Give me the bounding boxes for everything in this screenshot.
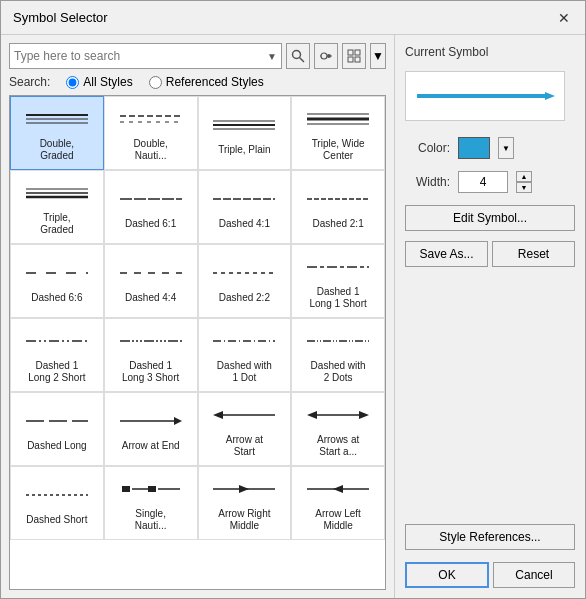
symbol-preview-dashed-6-1 <box>116 184 186 214</box>
svg-rect-47 <box>148 486 156 492</box>
symbol-preview-dashed-short <box>22 480 92 510</box>
grid-item-triple-wide-center[interactable]: Triple, WideCenter <box>291 96 385 170</box>
grid-item-dashed-6-6[interactable]: Dashed 6:6 <box>10 244 104 318</box>
symbol-preview-dashed-1-long-1-short <box>303 252 373 282</box>
grid-item-dashed-4-1[interactable]: Dashed 4:1 <box>198 170 292 244</box>
edit-symbol-button[interactable]: Edit Symbol... <box>405 205 575 231</box>
symbol-label-arrow-at-start: Arrow atStart <box>226 434 263 458</box>
symbol-label-dashed-2-1: Dashed 2:1 <box>313 218 364 230</box>
reset-button[interactable]: Reset <box>492 241 575 267</box>
grid-item-dashed-1-long-1-short[interactable]: Dashed 1Long 1 Short <box>291 244 385 318</box>
symbol-preview-dashed-4-1 <box>209 184 279 214</box>
svg-marker-54 <box>545 92 555 100</box>
grid-item-arrows-at-start-a[interactable]: Arrows atStart a... <box>291 392 385 466</box>
grid-item-arrow-at-start[interactable]: Arrow atStart <box>198 392 292 466</box>
symbol-label-arrow-left-middle: Arrow LeftMiddle <box>315 508 361 532</box>
filter-icon-button[interactable] <box>314 43 338 69</box>
all-styles-input[interactable] <box>66 76 79 89</box>
svg-marker-38 <box>174 417 182 425</box>
search-input[interactable] <box>14 49 267 63</box>
dropdown-arrow-button[interactable]: ▼ <box>370 43 386 69</box>
symbol-preview-arrow-at-start <box>209 400 279 430</box>
search-input-wrapper[interactable]: ▼ <box>9 43 282 69</box>
symbol-label-triple-plain: Triple, Plain <box>218 144 270 156</box>
grid-view-button[interactable] <box>342 43 366 69</box>
symbol-preview-dashed-4-4 <box>116 258 186 288</box>
symbol-label-dashed-4-1: Dashed 4:1 <box>219 218 270 230</box>
symbol-grid: Double,Graded Double,Nauti... Triple, Pl… <box>10 96 385 540</box>
symbol-label-dashed-6-6: Dashed 6:6 <box>31 292 82 304</box>
svg-point-2 <box>321 53 327 59</box>
grid-item-single-nauti[interactable]: Single,Nauti... <box>104 466 198 540</box>
svg-rect-9 <box>348 57 353 62</box>
svg-marker-42 <box>307 411 317 419</box>
search-dropdown-button[interactable]: ▼ <box>267 51 277 62</box>
symbol-preview-dashed-with-1-dot <box>209 326 279 356</box>
grid-item-dashed-6-1[interactable]: Dashed 6:1 <box>104 170 198 244</box>
grid-item-dashed-1-long-2-short[interactable]: Dashed 1Long 2 Short <box>10 318 104 392</box>
width-increase-button[interactable]: ▲ <box>516 171 532 182</box>
current-symbol-label: Current Symbol <box>405 45 575 59</box>
save-reset-row: Save As... Reset <box>405 241 575 269</box>
symbol-preview-double-nauti <box>116 104 186 134</box>
close-button[interactable]: ✕ <box>555 9 573 27</box>
grid-item-arrow-right-middle[interactable]: Arrow RightMiddle <box>198 466 292 540</box>
symbol-preview-triple-graded <box>22 178 92 208</box>
all-styles-radio[interactable]: All Styles <box>66 75 132 89</box>
symbol-preview-dashed-6-6 <box>22 258 92 288</box>
symbol-preview-arrow-at-end <box>116 406 186 436</box>
grid-item-dashed-with-1-dot[interactable]: Dashed with1 Dot <box>198 318 292 392</box>
symbol-label-dashed-1-long-3-short: Dashed 1Long 3 Short <box>122 360 179 384</box>
grid-item-double-nauti[interactable]: Double,Nauti... <box>104 96 198 170</box>
grid-item-dashed-2-2[interactable]: Dashed 2:2 <box>198 244 292 318</box>
grid-item-dashed-long[interactable]: Dashed Long <box>10 392 104 466</box>
grid-item-triple-graded[interactable]: Triple,Graded <box>10 170 104 244</box>
grid-item-dashed-4-4[interactable]: Dashed 4:4 <box>104 244 198 318</box>
search-icon <box>291 49 305 63</box>
width-row: Width: ▲ ▼ <box>405 171 575 193</box>
svg-rect-45 <box>122 486 130 492</box>
svg-rect-7 <box>348 50 353 55</box>
symbol-label-dashed-6-1: Dashed 6:1 <box>125 218 176 230</box>
symbol-preview-arrow-right-middle <box>209 474 279 504</box>
grid-item-arrow-at-end[interactable]: Arrow at End <box>104 392 198 466</box>
grid-item-dashed-2-1[interactable]: Dashed 2:1 <box>291 170 385 244</box>
width-input[interactable] <box>458 171 508 193</box>
grid-item-double-graded[interactable]: Double,Graded <box>10 96 104 170</box>
grid-item-arrow-left-middle[interactable]: Arrow LeftMiddle <box>291 466 385 540</box>
title-bar: Symbol Selector ✕ <box>1 1 585 35</box>
symbol-preview-single-nauti <box>116 474 186 504</box>
dialog-title: Symbol Selector <box>13 10 108 25</box>
ok-button[interactable]: OK <box>405 562 489 588</box>
grid-item-triple-plain[interactable]: Triple, Plain <box>198 96 292 170</box>
referenced-styles-radio[interactable]: Referenced Styles <box>149 75 264 89</box>
symbol-label-triple-graded: Triple,Graded <box>40 212 73 236</box>
style-references-button[interactable]: Style References... <box>405 524 575 550</box>
grid-item-dashed-1-long-3-short[interactable]: Dashed 1Long 3 Short <box>104 318 198 392</box>
symbol-label-dashed-1-long-2-short: Dashed 1Long 2 Short <box>28 360 85 384</box>
width-decrease-button[interactable]: ▼ <box>516 182 532 193</box>
symbol-label-dashed-with-2-dots: Dashed with2 Dots <box>311 360 366 384</box>
symbol-label-dashed-2-2: Dashed 2:2 <box>219 292 270 304</box>
search-row: ▼ <box>9 43 386 69</box>
grid-item-dashed-with-2-dots[interactable]: Dashed with2 Dots <box>291 318 385 392</box>
color-dropdown[interactable]: ▼ <box>498 137 514 159</box>
symbol-preview-dashed-2-1 <box>303 184 373 214</box>
bottom-buttons: OK Cancel <box>405 562 575 588</box>
save-as-button[interactable]: Save As... <box>405 241 488 267</box>
cancel-button[interactable]: Cancel <box>493 562 575 588</box>
symbol-label-single-nauti: Single,Nauti... <box>135 508 167 532</box>
symbol-label-double-graded: Double,Graded <box>40 138 74 162</box>
color-button[interactable] <box>458 137 490 159</box>
symbol-label-arrow-right-middle: Arrow RightMiddle <box>218 508 270 532</box>
dialog-content: ▼ <box>1 35 585 598</box>
grid-item-dashed-short[interactable]: Dashed Short <box>10 466 104 540</box>
svg-rect-10 <box>355 57 360 62</box>
symbol-selector-dialog: Symbol Selector ✕ ▼ <box>0 0 586 599</box>
referenced-styles-input[interactable] <box>149 76 162 89</box>
symbol-grid-container[interactable]: Double,Graded Double,Nauti... Triple, Pl… <box>9 95 386 590</box>
symbol-label-double-nauti: Double,Nauti... <box>133 138 167 162</box>
color-row: Color: ▼ <box>405 137 575 159</box>
radio-row: Search: All Styles Referenced Styles <box>9 75 386 89</box>
search-icon-button[interactable] <box>286 43 310 69</box>
